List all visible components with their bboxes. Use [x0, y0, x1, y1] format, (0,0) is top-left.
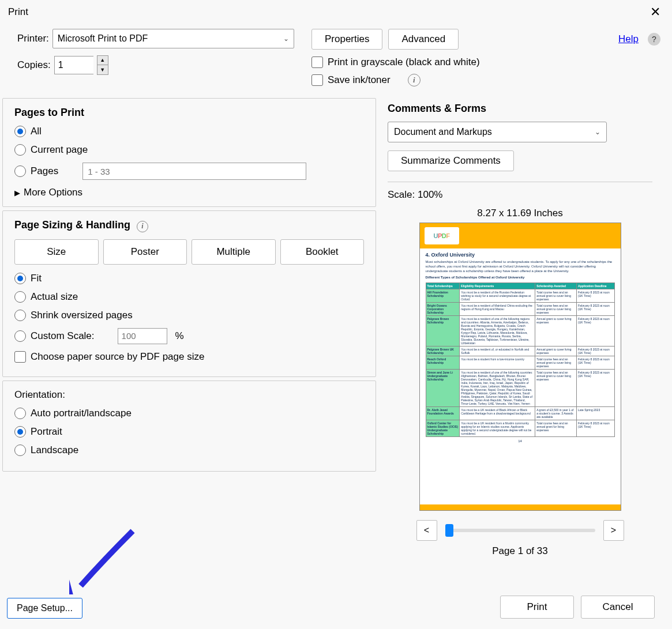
radio-all[interactable]: [14, 126, 26, 137]
percent-label: %: [175, 330, 184, 342]
print-dialog: Print ✕ Printer: Microsoft Print to PDF …: [0, 0, 672, 629]
printer-value: Microsoft Print to PDF: [58, 33, 148, 44]
orientation-panel: Orientation: Auto portrait/landscape Por…: [2, 381, 376, 472]
radio-portrait[interactable]: [14, 426, 26, 438]
copies-input[interactable]: [54, 56, 93, 74]
advanced-button[interactable]: Advanced: [388, 29, 459, 50]
spinner-down-icon[interactable]: ▼: [97, 65, 108, 74]
radio-pages-label: Pages: [31, 165, 58, 177]
save-ink-label: Save ink/toner: [328, 74, 391, 86]
radio-portrait-label: Portrait: [31, 426, 62, 438]
info-icon[interactable]: i: [137, 221, 148, 232]
scale-label: Scale: 100%: [388, 189, 652, 201]
sizing-title: Page Sizing & Handling i: [14, 219, 364, 232]
grayscale-label: Print in grayscale (black and white): [328, 57, 480, 68]
radio-landscape-label: Landscape: [31, 445, 78, 456]
copies-spinner[interactable]: ▲ ▼: [97, 55, 108, 75]
radio-all-label: All: [31, 126, 42, 137]
titlebar: Print ✕: [0, 0, 672, 23]
help-icon[interactable]: ?: [648, 33, 660, 46]
page-setup-button[interactable]: Page Setup...: [7, 598, 82, 619]
radio-current[interactable]: [14, 144, 26, 156]
radio-shrink-label: Shrink oversized pages: [31, 310, 133, 321]
comments-forms-value: Document and Markups: [394, 127, 492, 137]
save-ink-checkbox[interactable]: [311, 74, 323, 86]
spinner-up-icon[interactable]: ▲: [97, 56, 108, 65]
cancel-button[interactable]: Cancel: [581, 596, 655, 619]
radio-landscape[interactable]: [14, 445, 26, 456]
radio-fit-label: Fit: [31, 273, 42, 284]
radio-custom-scale[interactable]: [14, 330, 26, 342]
pages-to-print-panel: Pages to Print All Current page Pages ▶ …: [2, 98, 376, 207]
comments-forms-title: Comments & Forms: [388, 103, 652, 115]
preview-slider[interactable]: [445, 529, 595, 532]
multiple-button[interactable]: Multiple: [192, 239, 276, 265]
radio-actual-label: Actual size: [31, 291, 78, 303]
pages-to-print-title: Pages to Print: [14, 107, 364, 119]
paper-source-checkbox[interactable]: [14, 351, 26, 363]
radio-pages[interactable]: [14, 165, 26, 177]
radio-actual[interactable]: [14, 291, 26, 303]
printer-label: Printer:: [17, 33, 49, 44]
preview-dimensions: 8.27 x 11.69 Inches: [388, 208, 652, 219]
chevron-down-icon: ⌄: [595, 128, 600, 136]
close-icon[interactable]: ✕: [647, 5, 664, 20]
preview-prev-button[interactable]: <: [416, 520, 437, 541]
orientation-title: Orientation:: [14, 389, 364, 401]
print-button[interactable]: Print: [500, 596, 574, 619]
comments-forms-select[interactable]: Document and Markups ⌄: [388, 122, 607, 142]
help-link[interactable]: Help: [618, 33, 639, 45]
preview-next-button[interactable]: >: [603, 520, 624, 541]
radio-custom-label: Custom Scale:: [31, 330, 95, 342]
radio-current-label: Current page: [31, 144, 88, 156]
radio-auto-orientation[interactable]: [14, 408, 26, 419]
dialog-title: Print: [8, 6, 28, 18]
radio-auto-label: Auto portrait/landscape: [31, 408, 132, 419]
radio-fit[interactable]: [14, 273, 26, 284]
more-options-label: More Options: [24, 187, 82, 198]
summarize-comments-button[interactable]: Summarize Comments: [388, 150, 514, 171]
pages-range-input[interactable]: [82, 163, 306, 180]
info-icon[interactable]: i: [408, 74, 421, 86]
slider-thumb[interactable]: [445, 524, 453, 537]
chevron-down-icon: ⌄: [283, 35, 289, 43]
poster-button[interactable]: Poster: [103, 239, 187, 265]
preview-heading: 4. Oxford University: [426, 252, 615, 258]
grayscale-checkbox[interactable]: [311, 57, 323, 68]
triangle-right-icon: ▶: [14, 189, 20, 197]
paper-source-label: Choose paper source by PDF page size: [31, 351, 204, 363]
size-button[interactable]: Size: [14, 239, 99, 265]
updf-logo: UPDF: [425, 227, 459, 244]
custom-scale-input[interactable]: [118, 328, 167, 344]
copies-label: Copies:: [17, 59, 51, 71]
booklet-button[interactable]: Booklet: [280, 239, 365, 265]
page-count-label: Page 1 of 33: [388, 545, 652, 557]
page-preview: UPDF 4. Oxford University Most scholarsh…: [419, 223, 621, 511]
page-sizing-panel: Page Sizing & Handling i Size Poster Mul…: [2, 210, 376, 377]
properties-button[interactable]: Properties: [311, 29, 382, 50]
more-options-toggle[interactable]: ▶ More Options: [14, 187, 364, 198]
radio-shrink[interactable]: [14, 310, 26, 321]
printer-select[interactable]: Microsoft Print to PDF ⌄: [52, 29, 294, 48]
